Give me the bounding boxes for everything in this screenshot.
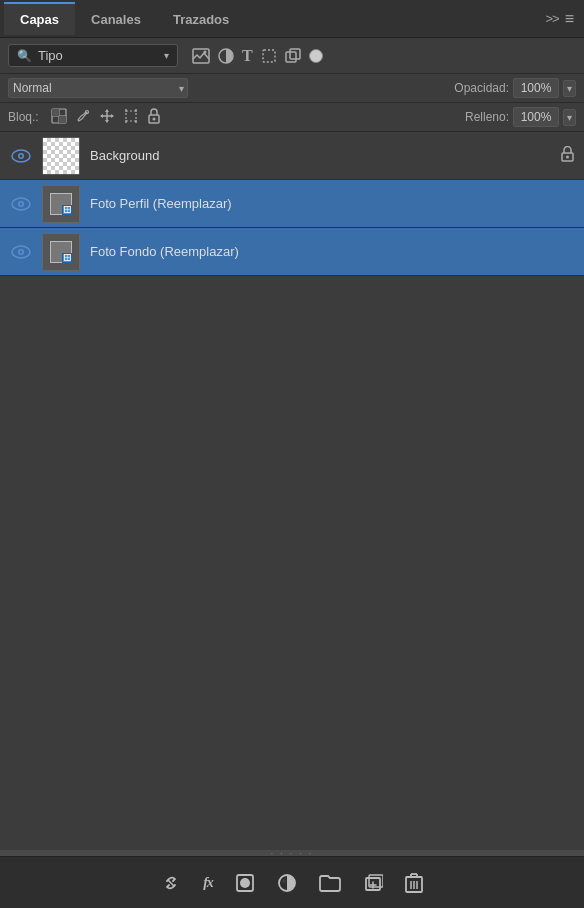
layer-name: Background: [90, 148, 551, 163]
search-box[interactable]: 🔍 ▾: [8, 44, 178, 67]
bottom-toolbar: fx: [0, 856, 584, 908]
layer-visibility-toggle[interactable]: [10, 197, 32, 211]
svg-point-29: [566, 155, 569, 158]
new-layer-button[interactable]: [363, 873, 383, 893]
fill-group: Relleno: 100% ▾: [465, 107, 576, 127]
layer-thumbnail: [42, 185, 80, 223]
lock-row: Bloq.:: [0, 103, 584, 132]
opacity-label: Opacidad:: [454, 81, 509, 95]
tab-overflow-area: >> ≡: [545, 10, 580, 28]
filter-shape-icon[interactable]: [261, 48, 277, 64]
svg-point-32: [20, 202, 23, 205]
search-dropdown-arrow[interactable]: ▾: [164, 50, 169, 61]
filter-image-icon[interactable]: [192, 48, 210, 64]
opacity-value[interactable]: 100%: [513, 78, 559, 98]
filter-text-icon[interactable]: T: [242, 47, 253, 65]
new-adjustment-button[interactable]: [277, 873, 297, 893]
tab-capas[interactable]: Capas: [4, 2, 75, 35]
svg-marker-15: [105, 120, 109, 123]
svg-marker-14: [105, 109, 109, 112]
layer-thumbnail: [42, 233, 80, 271]
fill-value[interactable]: 100%: [513, 107, 559, 127]
svg-point-46: [282, 879, 285, 882]
svg-point-1: [204, 50, 207, 53]
layers-panel: Capas Canales Trazados >> ≡ 🔍 ▾: [0, 0, 584, 908]
filter-smart-icon[interactable]: [285, 48, 301, 64]
layer-name: Foto Perfil (Reemplazar): [90, 196, 574, 211]
fill-dropdown-button[interactable]: ▾: [563, 109, 576, 126]
svg-point-24: [152, 117, 155, 120]
delete-layer-button[interactable]: [405, 873, 423, 893]
svg-rect-3: [263, 50, 275, 62]
search-row: 🔍 ▾ T: [0, 38, 584, 74]
fill-label: Relleno:: [465, 110, 509, 124]
lock-position-icon[interactable]: [99, 108, 115, 127]
opacity-dropdown-button[interactable]: ▾: [563, 80, 576, 97]
svg-rect-9: [52, 109, 59, 116]
svg-point-11: [85, 110, 88, 113]
svg-rect-5: [290, 49, 300, 59]
layer-visibility-toggle[interactable]: [10, 245, 32, 259]
svg-marker-17: [111, 114, 114, 118]
tab-canales[interactable]: Canales: [75, 2, 157, 35]
layer-effects-button[interactable]: fx: [203, 875, 213, 891]
tab-trazados[interactable]: Trazados: [157, 2, 245, 35]
tab-bar: Capas Canales Trazados >> ≡: [0, 0, 584, 38]
filter-circle-icon[interactable]: [309, 49, 323, 63]
lock-transparency-icon[interactable]: [51, 108, 67, 127]
blend-mode-select[interactable]: Normal Disolver Oscurecer Multiplicar: [8, 78, 188, 98]
lock-artboard-icon[interactable]: [123, 108, 139, 127]
opacity-group: Opacidad: 100% ▾: [454, 78, 576, 98]
link-layers-button[interactable]: [161, 873, 181, 893]
layer-thumbnail: [42, 137, 80, 175]
panel-menu-button[interactable]: ≡: [565, 10, 574, 28]
lock-label: Bloq.:: [8, 110, 39, 124]
lock-image-icon[interactable]: [75, 108, 91, 127]
svg-rect-18: [126, 111, 136, 121]
layer-visibility-toggle[interactable]: [10, 149, 32, 163]
svg-rect-4: [286, 52, 296, 62]
layer-lock-icon: [561, 146, 574, 166]
svg-point-38: [20, 250, 23, 253]
filter-icons: T: [192, 47, 323, 65]
filter-adjustment-icon[interactable]: [218, 48, 234, 64]
layers-list: Background: [0, 132, 584, 850]
blend-mode-select-wrap: Normal Disolver Oscurecer Multiplicar: [8, 78, 188, 98]
svg-point-44: [240, 878, 250, 888]
search-input[interactable]: [38, 48, 138, 63]
new-group-button[interactable]: [319, 874, 341, 892]
blend-row: Normal Disolver Oscurecer Multiplicar Op…: [0, 74, 584, 103]
search-icon: 🔍: [17, 49, 32, 63]
more-tabs-button[interactable]: >>: [545, 11, 558, 26]
layer-item[interactable]: Background: [0, 132, 584, 180]
layer-name: Foto Fondo (Reemplazar): [90, 244, 574, 259]
svg-marker-16: [100, 114, 103, 118]
svg-rect-10: [59, 116, 66, 123]
lock-all-icon[interactable]: [147, 108, 161, 127]
svg-point-27: [20, 154, 23, 157]
layer-item[interactable]: Foto Fondo (Reemplazar): [0, 228, 584, 276]
add-mask-button[interactable]: [235, 873, 255, 893]
fx-label: fx: [203, 875, 213, 891]
layer-item[interactable]: Foto Perfil (Reemplazar): [0, 180, 584, 228]
